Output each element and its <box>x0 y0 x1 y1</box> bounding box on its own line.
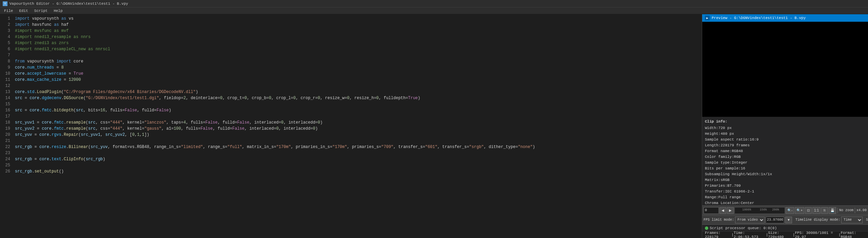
size-status: Size: 720x480 <box>768 231 793 238</box>
code-line-14: src = core.dgdecenv.DGSource("G:/DGNVind… <box>15 95 699 101</box>
timeline-bar: FPS limit mode: From video ▼ Timeline di… <box>702 215 868 224</box>
clip-info-row-10: Primaries: BT.709 <box>705 183 865 189</box>
clip-info-row-9: Matrix: sRGB <box>705 177 865 183</box>
clip-info-row-0: Width: 720 px <box>705 125 865 131</box>
line-number-7: 7 <box>3 52 10 58</box>
line-number-5: 5 <box>3 40 10 46</box>
script-status-bar: Script processor queue: 0:0(0) <box>702 224 868 231</box>
window-title: VapourSynth Editor - G:\DGNVindex\test1\… <box>9 2 128 6</box>
code-line-23 <box>15 150 699 156</box>
line-number-12: 12 <box>3 83 10 89</box>
line-number-1: 1 <box>3 16 10 22</box>
fps-mode-select[interactable]: From video <box>735 217 765 223</box>
line-number-21: 21 <box>3 138 10 144</box>
sep-pipe-3: | <box>793 233 795 237</box>
clip-info-row-11: Transfer: IEC 61966-2-1 <box>705 189 865 195</box>
sep-pipe-4: | <box>839 233 841 237</box>
save-btn[interactable]: 💾 <box>829 207 836 214</box>
preview-image-area <box>702 22 868 117</box>
info-status-bar: Frames: 228179 | Time: 2:06:53.573 | Siz… <box>702 231 868 238</box>
line-number-22: 22 <box>3 144 10 150</box>
zoom-in-btn[interactable]: 🔍+ <box>795 207 804 214</box>
line-number-19: 19 <box>3 126 10 132</box>
code-line-7 <box>15 52 699 58</box>
clip-info-row-3: Length: 228179 frames <box>705 143 865 148</box>
code-line-2: import havsfunc as haf <box>15 22 699 28</box>
code-line-6: #import nnedi3_resampleCL_new as nnrscl <box>15 46 699 52</box>
line-number-14: 14 <box>3 95 10 101</box>
step-label: Step: <box>866 218 868 222</box>
copy-btn[interactable]: ⎘ <box>821 207 828 214</box>
code-line-5: #import znedi3 as znrs <box>15 40 699 46</box>
line-numbers: 1234567891011121314151617181920212223242… <box>0 14 12 238</box>
line-number-8: 8 <box>3 58 10 65</box>
line-number-25: 25 <box>3 162 10 168</box>
sep-pipe-1: | <box>731 233 734 237</box>
frame-number-input[interactable] <box>704 207 719 214</box>
script-queue-text: Script processor queue: 0:0(0) <box>710 226 777 230</box>
code-line-26: src_rgb.set_output() <box>15 168 699 175</box>
no-zoom-label: No zoom <box>839 208 853 212</box>
controls-bar: ◀ ▶ 1000k 150k 200k 🔍- 🔍+ ⊡ 1:1 ⎘ 💾 No z… <box>702 205 868 215</box>
time-status: Time: 2:06:53.573 <box>734 231 766 238</box>
code-line-1: import vapoursynth as vs <box>15 16 699 22</box>
editor-panel: 1234567891011121314151617181920212223242… <box>0 14 702 238</box>
clip-info-row-4: Format name: RGB48 <box>705 148 865 154</box>
code-line-16: src = core.fmtc.bitdepth(src, bits=16, f… <box>15 107 699 113</box>
app-icon: V <box>3 1 7 6</box>
fps-set-btn[interactable]: ▼ <box>785 217 792 223</box>
code-line-4: #import nnedi3_resample as nnrs <box>15 34 699 40</box>
line-number-16: 16 <box>3 107 10 113</box>
code-line-15 <box>15 101 699 107</box>
sep-pipe-2: | <box>766 233 768 237</box>
line-number-20: 20 <box>3 132 10 138</box>
frame-inc-btn[interactable]: ▶ <box>727 207 734 214</box>
fps-value-input[interactable] <box>766 217 784 223</box>
code-line-8: from vapoursynth import core <box>15 58 699 65</box>
code-line-22: src_rgb = core.resize.Bilinear(src_yuv, … <box>15 144 699 150</box>
status-green-dot <box>705 226 708 230</box>
separator <box>837 208 838 213</box>
line-number-15: 15 <box>3 101 10 107</box>
menu-file[interactable]: File <box>1 8 16 14</box>
line-number-2: 2 <box>3 22 10 28</box>
line-number-23: 23 <box>3 150 10 156</box>
menu-help[interactable]: Help <box>51 8 65 14</box>
line-number-26: 26 <box>3 168 10 175</box>
timeline-mode-select[interactable]: Time Frames <box>841 217 863 223</box>
code-line-20: src_yuv = core.rgvs.Repair(src_yuv1, src… <box>15 132 699 138</box>
line-number-6: 6 <box>3 46 10 52</box>
code-line-17 <box>15 113 699 120</box>
fps-limit-label: FPS limit mode: <box>704 218 734 222</box>
line-number-3: 3 <box>3 28 10 34</box>
main-layout: 1234567891011121314151617181920212223242… <box>0 14 868 238</box>
code-line-3: #import mvsfunc as mvf <box>15 28 699 34</box>
preview-icon: ▶ <box>705 16 710 20</box>
line-number-18: 18 <box>3 120 10 126</box>
zoom-out-btn[interactable]: 🔍- <box>786 207 794 214</box>
code-line-11: core.max_cache_size = 12000 <box>15 77 699 83</box>
preview-panel: ▶ Preview - G:\DGNVindex\test1\test1 - B… <box>702 14 868 238</box>
frame-dec-btn[interactable]: ◀ <box>719 207 726 214</box>
clip-info-row-5: Color family: RGB <box>705 154 865 160</box>
code-area[interactable]: import vapoursynth as vsimport havsfunc … <box>12 14 702 238</box>
menu-bar: File Edit Script Help <box>0 7 868 14</box>
code-line-24: src_rgb = core.text.ClipInfo(src_rgb) <box>15 156 699 162</box>
frames-status: Frames: 228179 <box>705 231 731 238</box>
preview-black-frame <box>702 22 868 117</box>
zoom-fit-btn[interactable]: ⊡ <box>805 207 812 214</box>
code-line-21 <box>15 138 699 144</box>
zoom-original-btn[interactable]: 1:1 <box>812 207 821 214</box>
code-line-25 <box>15 162 699 168</box>
timeline-mode-label: Timeline display mode: <box>795 218 840 222</box>
code-line-13: core.std.LoadPlugin("C:/Program Files/dg… <box>15 89 699 95</box>
preview-controls-area: ◀ ▶ 1000k 150k 200k 🔍- 🔍+ ⊡ 1:1 ⎘ 💾 No z… <box>702 205 868 224</box>
menu-edit[interactable]: Edit <box>16 8 31 14</box>
clip-info-row-6: Sample type: Integer <box>705 160 865 166</box>
menu-script[interactable]: Script <box>32 8 51 14</box>
editor-content[interactable]: 1234567891011121314151617181920212223242… <box>0 14 702 238</box>
line-number-9: 9 <box>3 65 10 71</box>
code-line-12 <box>15 83 699 89</box>
line-number-24: 24 <box>3 156 10 162</box>
fps-status: FPS: 30000/1001 = 29.97 <box>795 231 838 238</box>
